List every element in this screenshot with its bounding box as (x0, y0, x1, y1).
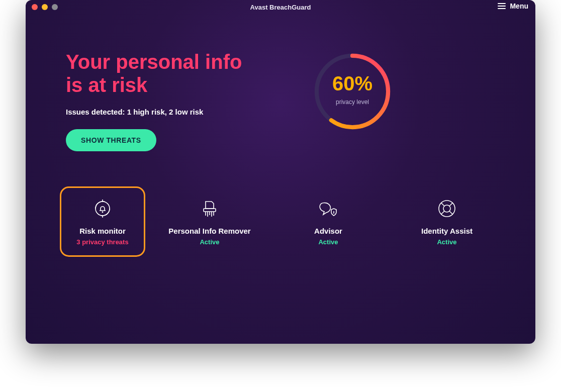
hero-title-line1: Your personal info (66, 51, 242, 73)
tile-personal-info-remover[interactable]: Personal Info Remover Active (155, 186, 264, 257)
tile-status: Active (279, 238, 378, 246)
tile-status: 3 privacy threats (65, 238, 140, 246)
tile-title: Advisor (279, 227, 378, 235)
close-window-button[interactable] (32, 4, 38, 10)
lifebuoy-icon (398, 198, 496, 220)
tile-status: Active (160, 238, 259, 246)
menu-button[interactable]: Menu (498, 2, 528, 10)
tile-title: Identity Assist (398, 227, 496, 235)
feature-tiles: Risk monitor 3 privacy threats Personal … (26, 151, 535, 257)
tile-status: Active (398, 238, 496, 246)
svg-line-14 (449, 203, 452, 206)
tile-title: Personal Info Remover (160, 227, 259, 235)
minimize-window-button[interactable] (42, 4, 48, 10)
app-window: Avast BreachGuard Menu Your personal inf… (26, 0, 535, 344)
hero-title: Your personal info is at risk (66, 50, 277, 96)
tile-risk-monitor[interactable]: Risk monitor 3 privacy threats (60, 186, 145, 257)
svg-line-15 (441, 211, 444, 214)
window-controls (32, 4, 58, 10)
hero-section: Your personal info is at risk Issues det… (26, 14, 535, 151)
svg-line-13 (441, 203, 444, 206)
refresh-bell-icon (65, 198, 140, 220)
tile-identity-assist[interactable]: Identity Assist Active (393, 186, 501, 257)
menu-label: Menu (510, 2, 528, 10)
svg-line-16 (449, 211, 452, 214)
zoom-window-button[interactable] (52, 4, 58, 10)
chat-shield-icon (279, 198, 378, 220)
tile-advisor[interactable]: Advisor Active (274, 186, 383, 257)
tile-title: Risk monitor (65, 227, 140, 235)
hero-text: Your personal info is at risk Issues det… (66, 50, 277, 151)
gauge-label: privacy level (311, 99, 394, 106)
shredder-icon (160, 198, 259, 220)
gauge-value: 60% (311, 72, 394, 95)
privacy-gauge: 60% privacy level (297, 50, 408, 133)
hero-subtitle: Issues detected: 1 high risk, 2 low risk (66, 108, 277, 116)
svg-rect-3 (204, 209, 216, 212)
show-threats-button[interactable]: SHOW THREATS (66, 129, 156, 151)
svg-point-12 (443, 205, 450, 212)
svg-point-2 (102, 212, 104, 213)
hero-title-line2: is at risk (66, 74, 147, 96)
titlebar: Avast BreachGuard Menu (26, 0, 535, 14)
hamburger-icon (498, 3, 506, 9)
svg-point-9 (333, 211, 334, 212)
window-title: Avast BreachGuard (26, 4, 535, 11)
